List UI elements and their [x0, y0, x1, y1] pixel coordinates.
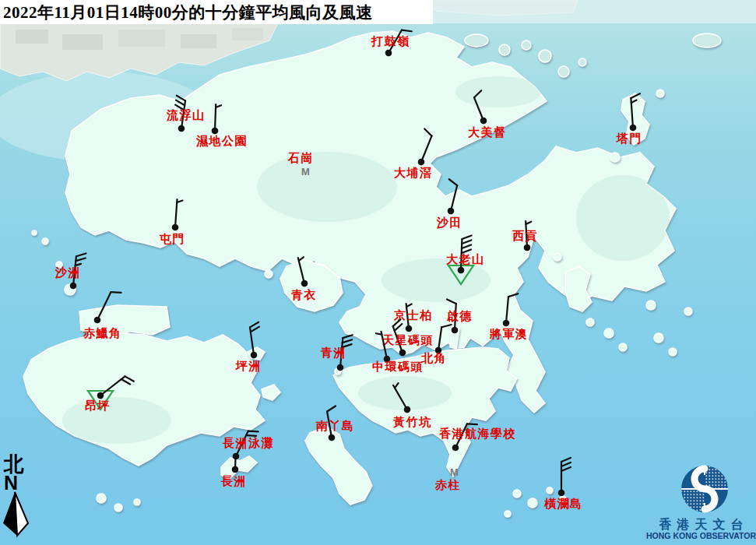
hko-logo-icon [646, 456, 756, 517]
station-wind-barb [522, 454, 600, 532]
station-label: 打鼓嶺 [371, 36, 410, 47]
station-label: 沙洲 [55, 267, 81, 279]
station-wind-barb [293, 399, 371, 476]
station-label: 橫瀾島 [544, 498, 583, 510]
station-wind-barb [196, 431, 274, 508]
station-label: 坪洲 [236, 360, 262, 372]
station-label: 赤柱 [435, 480, 461, 491]
station-dot [212, 128, 219, 135]
station-dot [523, 244, 530, 251]
station-wind-barb [488, 209, 566, 287]
station-layer: 打鼓嶺流浮山濕地公園M石崗大美督大埔滘塔門沙田西貢大老山屯門沙洲赤鱲角青衣坪洲青… [0, 0, 756, 545]
station-wind-barb [265, 244, 343, 322]
station-label: 長洲 [221, 476, 247, 487]
station-dot [250, 351, 258, 359]
station-dot [558, 490, 565, 497]
station-dot [336, 364, 343, 371]
station-label: 濕地公園 [196, 135, 248, 147]
station-label: 塔門 [617, 133, 642, 145]
station-label: 大美督 [468, 127, 507, 139]
station-dot [451, 326, 458, 333]
station-dot [301, 280, 308, 287]
station-dot [403, 405, 412, 414]
station-dot [171, 223, 178, 230]
station-label: 赤鱲角 [83, 328, 122, 339]
station-label: 大老山 [446, 254, 485, 265]
station-wind-barb [62, 357, 139, 434]
hko-logo: 香港天文台 HONG KONG OBSERVATORY [646, 456, 756, 543]
station-dot [502, 319, 509, 326]
station-dot [384, 48, 393, 58]
station-dot [447, 207, 455, 215]
station-label: 香港航海學校 [439, 428, 516, 440]
station-dot [328, 434, 336, 441]
station-label: 西貢 [512, 230, 538, 242]
station-label: 屯門 [160, 234, 185, 245]
station-wind-barb [467, 284, 545, 362]
station-dot [479, 116, 487, 125]
map-title: 2022年11月01日14時00分的十分鐘平均風向及風速 [3, 2, 373, 23]
station-label: 石崗 [288, 153, 314, 164]
title-bar: 2022年11月01日14時00分的十分鐘平均風向及風速 [0, 0, 433, 24]
station-dot [232, 466, 239, 473]
station-wind-barb [350, 14, 427, 92]
station-label: 沙田 [437, 217, 462, 229]
station-wind-barb [136, 188, 214, 266]
station-dot [458, 267, 465, 274]
station-label: 昂坪 [85, 400, 111, 412]
station-dot [629, 124, 636, 131]
station-label: 青衣 [291, 290, 317, 301]
north-indicator: 北 N [2, 455, 36, 545]
station-label: 青洲 [321, 347, 346, 359]
station-dot [93, 315, 101, 324]
station-dot [417, 157, 425, 166]
station-label: 南丫島 [316, 420, 355, 432]
missing-data-marker: M [301, 167, 310, 177]
station-dot [451, 443, 459, 452]
hko-name-english: HONG KONG OBSERVATORY [646, 531, 756, 541]
north-letter-label: N [4, 475, 36, 491]
missing-data-marker: M [450, 467, 459, 477]
station-wind-barb [215, 316, 293, 394]
station-wind-barb [594, 89, 672, 167]
station-wind-barb [176, 92, 254, 170]
north-arrow-icon [2, 491, 36, 540]
station-label: 將軍澳 [490, 329, 529, 340]
hko-name-chinese: 香港天文台 [646, 519, 756, 531]
wind-map-screen: 打鼓嶺流浮山濕地公園M石崗大美督大埔滘塔門沙田西貢大老山屯門沙洲赤鱲角青衣坪洲青… [0, 0, 756, 545]
station-wind-barb [58, 281, 136, 359]
